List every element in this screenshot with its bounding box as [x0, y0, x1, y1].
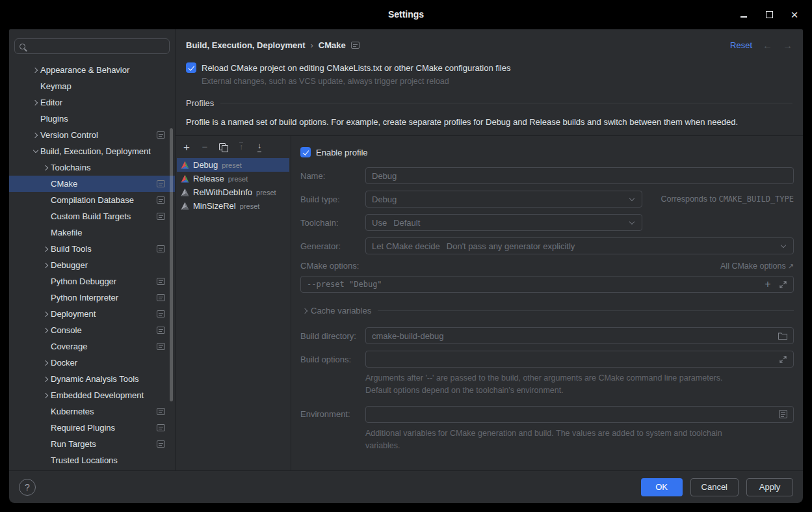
profile-list-item-minsizerel[interactable]: MinSizeRel preset	[177, 199, 289, 213]
titlebar: Settings	[0, 0, 812, 29]
breadcrumb: Build, Execution, Deployment › CMake Res…	[176, 29, 803, 51]
toolchain-select[interactable]: Use Default	[365, 214, 642, 231]
chevron-right-icon[interactable]	[42, 394, 51, 397]
chevron-right-icon[interactable]	[42, 329, 51, 332]
sidebar-item-coverage[interactable]: Coverage	[9, 338, 175, 355]
close-icon[interactable]	[790, 10, 799, 20]
profile-form: Enable profile Name: Debug Build type: D…	[291, 136, 803, 470]
sidebar-item-editor[interactable]: Editor	[9, 94, 175, 111]
environment-input[interactable]	[365, 406, 794, 423]
sidebar-item-label: Docker	[51, 358, 77, 368]
ok-button[interactable]: OK	[641, 478, 683, 496]
search-icon	[20, 44, 25, 49]
back-arrow-icon[interactable]	[763, 40, 772, 51]
cancel-button[interactable]: Cancel	[690, 478, 739, 496]
sidebar-item-compilation-database[interactable]: Compilation Database	[9, 192, 175, 208]
build-options-input[interactable]	[365, 351, 794, 368]
sidebar-item-cmake[interactable]: CMake	[9, 176, 175, 192]
sidebar-item-embedded-development[interactable]: Embedded Development	[9, 387, 175, 403]
folder-icon[interactable]	[778, 331, 787, 340]
name-label: Name:	[300, 171, 365, 181]
build-type-select[interactable]: Debug	[365, 191, 642, 208]
sidebar-item-custom-build-targets[interactable]: Custom Build Targets	[9, 208, 175, 224]
sidebar-item-python-debugger[interactable]: Python Debugger	[9, 273, 175, 290]
sidebar-item-python-interpreter[interactable]: Python Interpreter	[9, 290, 175, 306]
maximize-icon[interactable]	[765, 10, 774, 20]
profile-list-item-debug[interactable]: Debug preset	[177, 158, 289, 172]
sidebar-item-trusted-locations[interactable]: Trusted Locations	[9, 452, 175, 468]
project-settings-icon	[157, 294, 165, 301]
chevron-right-icon[interactable]	[42, 247, 51, 251]
reload-cmake-label: Reload CMake project on editing CMakeLis…	[202, 63, 510, 73]
sidebar-item-build-execution-deployment[interactable]: Build, Execution, Deployment	[9, 143, 175, 159]
build-directory-input[interactable]: cmake-build-debug	[365, 327, 794, 344]
chevron-right-icon[interactable]	[42, 377, 51, 381]
sidebar-item-label: Compilation Database	[51, 195, 134, 205]
reload-cmake-checkbox[interactable]	[186, 62, 196, 73]
remove-profile-button[interactable]	[200, 142, 210, 152]
sidebar-item-run-targets[interactable]: Run Targets	[9, 436, 175, 452]
expand-icon[interactable]	[778, 280, 787, 289]
sidebar-item-debugger[interactable]: Debugger	[9, 257, 175, 273]
help-button[interactable]: ?	[19, 479, 36, 496]
search-input[interactable]	[29, 42, 164, 51]
cache-variables-toggle[interactable]: Cache variables	[300, 306, 794, 316]
minimize-icon[interactable]	[739, 10, 748, 20]
breadcrumb-build-execution-deployment[interactable]: Build, Execution, Deployment	[186, 40, 305, 50]
generator-select[interactable]: Let CMake decide Don't pass any generato…	[365, 237, 794, 254]
chevron-right-icon[interactable]	[42, 361, 51, 365]
sidebar-item-dynamic-analysis-tools[interactable]: Dynamic Analysis Tools	[9, 371, 175, 387]
profile-list-item-release[interactable]: Release preset	[177, 172, 289, 185]
project-settings-icon	[157, 278, 165, 285]
sidebar-item-appearance-and-behavior[interactable]: Appearance & Behavior	[9, 62, 175, 78]
sidebar-item-version-control[interactable]: Version Control	[9, 127, 175, 143]
build-type-value: Debug	[372, 195, 397, 204]
chevron-right-icon[interactable]	[42, 312, 51, 316]
chevron-right-icon[interactable]	[31, 133, 40, 137]
sidebar-scrollbar[interactable]	[170, 128, 173, 401]
move-profile-up-button[interactable]	[236, 142, 246, 152]
breadcrumb-cmake[interactable]: CMake	[319, 40, 346, 50]
chevron-right-icon[interactable]	[42, 263, 51, 267]
profile-name: Debug	[193, 160, 218, 170]
sidebar-item-required-plugins[interactable]: Required Plugins	[9, 420, 175, 436]
sidebar-item-toolchains[interactable]: Toolchains	[9, 159, 175, 176]
sidebar-item-label: Build, Execution, Deployment	[40, 146, 151, 156]
sidebar-item-console[interactable]: Console	[9, 322, 175, 338]
sidebar-item-kubernetes[interactable]: Kubernetes	[9, 403, 175, 420]
sidebar-item-plugins[interactable]: Plugins	[9, 111, 175, 127]
add-profile-button[interactable]	[181, 142, 192, 152]
name-input[interactable]: Debug	[365, 167, 794, 184]
settings-search-box[interactable]	[14, 38, 170, 54]
chevron-right-icon[interactable]	[31, 68, 40, 72]
sidebar-item-label: Python Interpreter	[51, 293, 118, 303]
sidebar-item-label: Debugger	[51, 260, 88, 270]
sidebar-item-docker[interactable]: Docker	[9, 355, 175, 371]
sidebar-item-build-tools[interactable]: Build Tools	[9, 241, 175, 257]
environment-variables-icon[interactable]	[779, 410, 787, 418]
forward-arrow-icon[interactable]	[783, 40, 792, 51]
chevron-right-icon[interactable]	[31, 101, 40, 105]
all-cmake-options-link[interactable]: All CMake options	[720, 262, 794, 271]
copy-profile-button[interactable]	[218, 142, 228, 152]
build-options-label: Build options:	[300, 355, 365, 364]
profile-list-item-relwithdebinfo[interactable]: RelWithDebInfo preset	[177, 185, 289, 199]
chevron-right-icon[interactable]	[42, 166, 51, 170]
desktop: { "titlebar": { "title": "Settings" }, "…	[0, 0, 812, 512]
sidebar-item-makefile[interactable]: Makefile	[9, 224, 175, 241]
apply-button[interactable]: Apply	[746, 478, 793, 496]
build-options-hint: Arguments after '--' are passed to the b…	[365, 372, 794, 397]
add-option-icon[interactable]	[763, 280, 772, 289]
chevron-down-icon[interactable]	[31, 150, 40, 152]
sidebar-item-deployment[interactable]: Deployment	[9, 306, 175, 322]
cmake-options-input[interactable]: --preset "Debug"	[300, 276, 794, 293]
expand-icon[interactable]	[778, 355, 787, 364]
settings-dialog: Appearance & Behavior Keymap Editor Plug…	[9, 29, 803, 503]
build-directory-value: cmake-build-debug	[372, 331, 444, 341]
project-settings-icon	[157, 310, 165, 317]
reset-button[interactable]: Reset	[730, 40, 752, 50]
sidebar-item-label: Editor	[40, 98, 62, 107]
sidebar-item-keymap[interactable]: Keymap	[9, 78, 175, 94]
move-profile-down-button[interactable]	[254, 142, 265, 152]
enable-profile-checkbox[interactable]	[300, 147, 311, 157]
